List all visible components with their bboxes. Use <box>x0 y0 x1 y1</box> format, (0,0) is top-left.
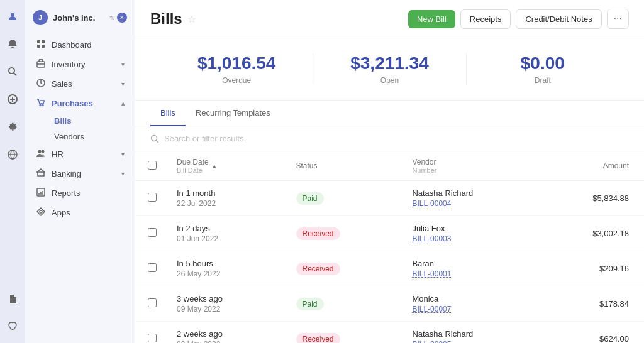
amount-cell: $178.84 <box>540 286 644 322</box>
sidebar-item-reports[interactable]: Reports <box>28 183 132 203</box>
sort-icon: ▲ <box>211 163 218 170</box>
vendor-cell: Monica BILL-00007 <box>397 286 540 322</box>
table-row[interactable]: 3 weeks ago 09 May 2022 Paid Monica BILL… <box>135 286 644 322</box>
sidebar-item-banking[interactable]: Banking ▾ <box>28 164 132 183</box>
company-header[interactable]: J John's Inc. ⇅ ✕ <box>25 5 135 30</box>
svg-rect-9 <box>37 40 40 43</box>
bell-nav-icon[interactable] <box>4 35 21 53</box>
sidebar-item-apps[interactable]: Apps <box>28 203 132 222</box>
row-checkbox-cell <box>135 181 162 216</box>
close-sidebar-button[interactable]: ✕ <box>117 13 127 23</box>
new-bill-button[interactable]: New Bill <box>408 10 455 28</box>
vendor-cell: Natasha Richard BILL-00005 <box>397 322 540 344</box>
svg-rect-10 <box>42 40 45 43</box>
due-date: 2 weeks ago <box>177 329 266 339</box>
search-box: Search or filter results. <box>150 134 629 143</box>
row-checkbox[interactable] <box>148 228 157 237</box>
page-title: Bills <box>150 10 182 28</box>
status-badge: Received <box>296 227 340 240</box>
submenu-vendors[interactable]: Vendors <box>49 129 135 144</box>
globe-nav-icon[interactable] <box>4 146 21 163</box>
date-cell: 3 weeks ago 09 May 2022 <box>162 286 281 322</box>
status-badge: Received <box>296 263 340 275</box>
row-checkbox[interactable] <box>148 263 157 272</box>
search-icon <box>150 134 159 143</box>
more-actions-button[interactable]: ··· <box>607 9 629 29</box>
summary-row: $1,016.54 Overdue $3,211.34 Open $0.00 D… <box>135 38 644 101</box>
favorite-icon[interactable]: ☆ <box>187 13 196 25</box>
sidebar-item-purchases[interactable]: Purchases ▴ <box>28 94 132 113</box>
svg-point-17 <box>42 105 43 106</box>
svg-point-25 <box>152 135 157 141</box>
document-nav-icon[interactable] <box>4 290 21 308</box>
sidebar-item-label: Reports <box>52 188 125 198</box>
bill-number[interactable]: BILL-00004 <box>412 199 525 208</box>
vendor-name: Natasha Richard <box>412 188 525 198</box>
row-checkbox-cell <box>135 216 162 251</box>
search-placeholder[interactable]: Search or filter results. <box>164 134 246 143</box>
summary-open: $3,211.34 Open <box>313 53 465 85</box>
due-date: 3 weeks ago <box>177 294 266 303</box>
bill-number[interactable]: BILL-00001 <box>412 270 525 278</box>
bill-date: 26 May 2022 <box>177 270 266 278</box>
svg-point-1 <box>9 68 14 74</box>
bill-number[interactable]: BILL-00007 <box>412 305 525 313</box>
row-checkbox[interactable] <box>148 193 157 202</box>
sidebar-item-label: Inventory <box>52 60 116 69</box>
top-actions: New Bill Receipts Credit/Debit Notes ··· <box>408 9 629 29</box>
date-cell: In 2 days 01 Jun 2022 <box>162 216 281 251</box>
inventory-expand-icon: ▾ <box>121 61 125 68</box>
table-row[interactable]: In 5 hours 26 May 2022 Received Baran BI… <box>135 251 644 286</box>
purchases-expand-icon: ▴ <box>121 100 125 107</box>
dashboard-icon <box>35 40 47 50</box>
submenu-bills[interactable]: Bills <box>49 113 135 129</box>
summary-overdue: $1,016.54 Overdue <box>160 53 313 85</box>
svg-point-19 <box>42 150 45 153</box>
row-checkbox[interactable] <box>148 298 157 307</box>
sidebar-item-sales[interactable]: Sales ▾ <box>28 74 132 94</box>
company-name: John's Inc. <box>53 13 104 23</box>
sales-expand-icon: ▾ <box>121 80 125 87</box>
overdue-amount: $1,016.54 <box>160 53 313 74</box>
sidebar-item-label: Banking <box>52 169 116 178</box>
main-content: Bills ☆ New Bill Receipts Credit/Debit N… <box>135 0 644 343</box>
status-badge: Received <box>296 333 340 344</box>
receipts-button[interactable]: Receipts <box>460 9 511 29</box>
draft-amount: $0.00 <box>467 53 619 74</box>
apps-icon <box>35 207 47 218</box>
bill-date: 01 Jun 2022 <box>177 234 266 243</box>
table-row[interactable]: In 1 month 22 Jul 2022 Paid Natasha Rich… <box>135 181 644 216</box>
credit-debit-button[interactable]: Credit/Debit Notes <box>516 9 601 29</box>
tab-recurring[interactable]: Recurring Templates <box>186 101 280 126</box>
sidebar-item-label: Purchases <box>52 99 116 108</box>
select-all-checkbox[interactable] <box>148 161 157 170</box>
sidebar-item-inventory[interactable]: Inventory ▾ <box>28 55 132 74</box>
bill-number[interactable]: BILL-00003 <box>412 234 525 243</box>
status-header: Status <box>281 151 397 181</box>
svg-rect-11 <box>37 45 40 48</box>
banking-expand-icon: ▾ <box>121 170 125 177</box>
gear-nav-icon[interactable] <box>4 118 21 136</box>
heart-nav-icon[interactable] <box>4 318 21 335</box>
bill-date: 22 Jul 2022 <box>177 199 266 208</box>
plus-nav-icon[interactable] <box>4 90 21 108</box>
sidebar-item-dashboard[interactable]: Dashboard <box>28 35 132 55</box>
row-checkbox-cell <box>135 286 162 322</box>
sidebar-item-label: HR <box>52 150 116 159</box>
table-row[interactable]: 2 weeks ago 09 May 2022 Received Natasha… <box>135 322 644 344</box>
hr-icon <box>35 149 47 160</box>
amount-cell: $209.16 <box>540 251 644 286</box>
table-row[interactable]: In 2 days 01 Jun 2022 Received Julia Fox… <box>135 216 644 251</box>
user-nav-icon[interactable] <box>4 8 21 25</box>
sidebar-item-hr[interactable]: HR ▾ <box>28 144 132 164</box>
row-checkbox[interactable] <box>148 334 157 342</box>
bill-number[interactable]: BILL-00005 <box>412 340 525 343</box>
row-checkbox-cell <box>135 251 162 286</box>
tab-bills[interactable]: Bills <box>150 101 186 126</box>
svg-rect-12 <box>42 45 45 48</box>
svg-line-2 <box>14 73 16 75</box>
svg-point-16 <box>40 105 41 106</box>
status-cell: Received <box>281 251 397 286</box>
search-nav-icon[interactable] <box>4 63 21 80</box>
amount-header: Amount <box>540 151 644 181</box>
